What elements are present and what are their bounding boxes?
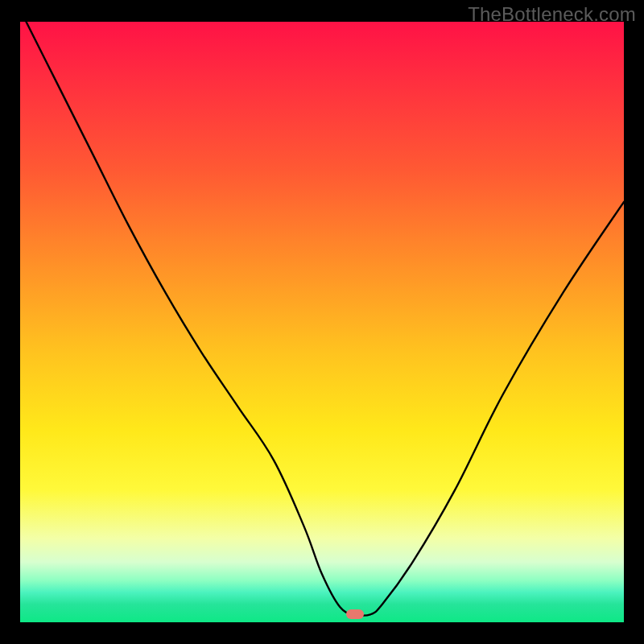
plot-area: [20, 22, 624, 622]
watermark-text: TheBottleneck.com: [468, 3, 636, 26]
optimal-point-marker: [346, 609, 364, 619]
bottleneck-curve: [20, 22, 624, 622]
chart-frame: TheBottleneck.com: [0, 0, 644, 644]
